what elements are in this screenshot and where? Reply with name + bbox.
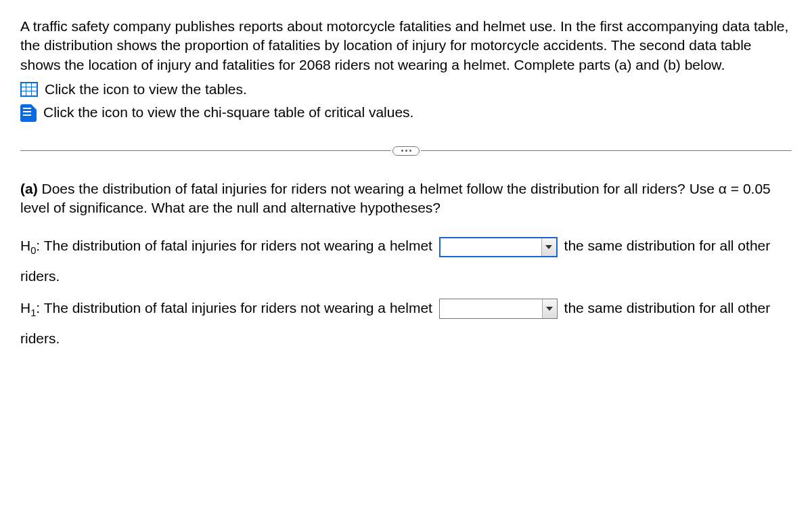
- h0-dropdown[interactable]: [439, 237, 558, 257]
- part-a-question: (a) Does the distribution of fatal injur…: [20, 179, 792, 218]
- problem-intro: A traffic safety company publishes repor…: [20, 17, 792, 74]
- h1-symbol: H1: [20, 300, 36, 316]
- chevron-down-icon: [542, 299, 557, 318]
- part-a-text: Does the distribution of fatal injuries …: [20, 181, 771, 215]
- h1-before-text: : The distribution of fatal injuries for…: [36, 300, 436, 316]
- document-icon: [20, 104, 37, 122]
- h1-dropdown[interactable]: [439, 299, 558, 319]
- tables-link-row[interactable]: Click the icon to view the tables.: [20, 80, 792, 99]
- ellipsis-icon[interactable]: [392, 146, 420, 156]
- h0-before-text: : The distribution of fatal injuries for…: [36, 238, 436, 253]
- alt-hypothesis-line: H1: The distribution of fatal injuries f…: [20, 293, 792, 353]
- chevron-down-icon: [541, 238, 556, 256]
- section-divider: [20, 146, 792, 156]
- chi-square-link-label: Click the icon to view the chi-square ta…: [43, 103, 413, 122]
- part-a-label: (a): [20, 181, 38, 196]
- tables-link-label: Click the icon to view the tables.: [45, 80, 247, 99]
- null-hypothesis-line: H0: The distribution of fatal injuries f…: [20, 231, 792, 291]
- chi-square-link-row[interactable]: Click the icon to view the chi-square ta…: [20, 103, 792, 122]
- h0-symbol: H0: [20, 238, 36, 253]
- table-icon: [20, 82, 38, 97]
